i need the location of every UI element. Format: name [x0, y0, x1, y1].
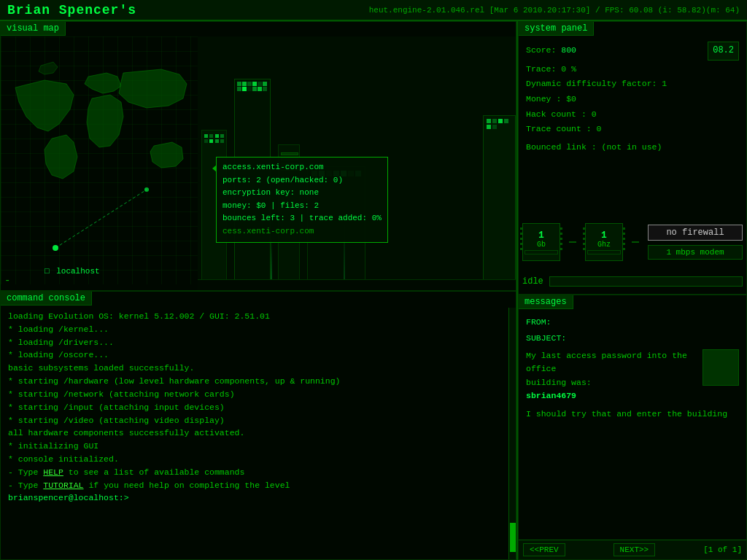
- cpu-unit: Ghz: [597, 241, 611, 249]
- tooltip-bounces: bounces left: 3 | trace added: 0%: [222, 212, 382, 225]
- system-panel-content: Score: 800 08.2 Trace: 0 % Dynamic diffi…: [519, 36, 746, 161]
- tooltip-money: money: $0 | files: 2: [222, 200, 382, 213]
- map-grid: [1, 36, 198, 284]
- console-line-9: * starting /video (attaching video displ…: [8, 414, 508, 427]
- msg-from-label: FROM:: [526, 317, 551, 327]
- localhost-label: localhost: [56, 267, 99, 276]
- messages-nav: <<PREV NEXT>> [1 of 1]: [519, 540, 746, 559]
- console-line-7: * starting /network (attaching network c…: [8, 388, 508, 401]
- msg-password: sbrian4679: [526, 389, 739, 402]
- score-row: Score: 800 08.2: [526, 42, 739, 61]
- modem-button[interactable]: 1 mbps modem: [648, 245, 743, 260]
- score-value: 800: [561, 45, 576, 55]
- map-tooltip: access.xenti-corp.com ports: 2 (open/hac…: [216, 157, 388, 243]
- hack-count-label: Hack count : 0: [526, 107, 739, 122]
- ram-chip: 1 Gb: [522, 223, 560, 261]
- console-line-8: * starting /input (attaching input devic…: [8, 401, 508, 414]
- right-panel: system panel Score: 800 08.2 Trace: 0 % …: [518, 20, 747, 560]
- console-line-2: * loading /kernel...: [8, 323, 508, 336]
- console-line-14: - Type TUTORIAL if you need help on comp…: [8, 479, 508, 492]
- messages-panel: messages FROM: SUBJECT: My last access p…: [518, 295, 747, 560]
- ram-progress: [525, 250, 558, 254]
- console-title: command console: [1, 292, 92, 306]
- console-scrollbar-thumb: [510, 523, 516, 552]
- tooltip-link: cess.xenti-corp.com: [222, 225, 382, 238]
- msg-from: FROM:: [526, 315, 739, 330]
- console-line-6: * starting /hardware (low level hardware…: [8, 375, 508, 388]
- console-line-12: * console initialized.: [8, 453, 508, 466]
- minus-button[interactable]: -: [4, 275, 10, 287]
- system-panel-title: system panel: [519, 22, 594, 36]
- hw-progress-area: idle: [522, 276, 743, 287]
- cpu-pins-right: [622, 228, 625, 250]
- system-panel: system panel Score: 800 08.2 Trace: 0 % …: [518, 21, 747, 295]
- cpu-progress: [587, 250, 621, 254]
- console-scrollbar[interactable]: [508, 308, 516, 559]
- console-line-5: basic subsystems loaded successfully.: [8, 362, 508, 375]
- main-layout: visual map: [0, 20, 747, 560]
- ram-unit: Gb: [537, 241, 546, 249]
- header-info: heut.engine-2.01.046.rel [Mar 6 2010.20:…: [369, 6, 740, 15]
- idle-label: idle: [522, 276, 543, 287]
- tooltip-encryption: encryption key: none: [222, 187, 382, 200]
- msg-body-line3: I should try that and enter the building: [526, 408, 739, 421]
- difficulty-label: Dynamic difficulty factor: 1: [526, 77, 739, 92]
- hw-connector-2: [632, 241, 639, 243]
- tooltip-ports: ports: 2 (open/hacked: 0): [222, 174, 382, 187]
- trace-count-label: Trace count : 0: [526, 122, 739, 137]
- header: Brian Spencer's heut.engine-2.01.046.rel…: [0, 0, 747, 20]
- visual-map-title: visual map: [1, 22, 66, 36]
- ram-pins-left: [520, 228, 523, 250]
- console-line-10: all hardware components successfully act…: [8, 427, 508, 440]
- msg-subject: SUBJECT:: [526, 331, 739, 346]
- money-label: Money : $0: [526, 92, 739, 107]
- score-label: Score: 800: [526, 43, 576, 58]
- console-line-11: * initializing GUI: [8, 440, 508, 453]
- console-line-13: - Type HELP to see a list of available c…: [8, 466, 508, 479]
- hardware-section: 1 Gb 1 Ghz: [522, 223, 743, 261]
- next-button[interactable]: NEXT>>: [614, 543, 656, 556]
- msg-subject-label: SUBJECT:: [526, 333, 566, 343]
- command-console: command console loading Evolution OS: ke…: [0, 291, 516, 560]
- trace-label: Trace: 0 %: [526, 62, 739, 77]
- progress-bar: [549, 276, 743, 287]
- prev-button[interactable]: <<PREV: [523, 543, 565, 556]
- hw-buttons-col: no firewall 1 mbps modem: [648, 225, 743, 260]
- console-line-1: loading Evolution OS: kernel 5.12.002 / …: [8, 310, 508, 323]
- cpu-chip: 1 Ghz: [585, 223, 623, 261]
- ram-pins-right: [560, 228, 562, 250]
- console-prompt: brianspencer@localhost:>: [8, 491, 508, 505]
- messages-content: FROM: SUBJECT: My last access password i…: [519, 309, 746, 540]
- msg-page: [1 of 1]: [703, 545, 742, 554]
- msg-body: My last access password into the office …: [526, 349, 739, 421]
- localhost-node[interactable]: localhost: [44, 267, 100, 276]
- header-title: Brian Spencer's: [7, 3, 136, 18]
- ram-value: 1: [538, 230, 544, 241]
- messages-title: messages: [519, 295, 573, 309]
- tooltip-host: access.xenti-corp.com: [222, 161, 382, 174]
- console-line-4: * loading /oscore...: [8, 349, 508, 362]
- version-badge: 08.2: [708, 42, 739, 61]
- console-line-3: * loading /drivers...: [8, 336, 508, 349]
- msg-avatar: [703, 349, 739, 386]
- left-panel: visual map: [0, 20, 518, 560]
- cpu-value: 1: [601, 230, 607, 241]
- no-firewall-button[interactable]: no firewall: [648, 225, 743, 241]
- hw-connector-1: [569, 241, 576, 243]
- bounced-link-label: Bounced link : (not in use): [526, 140, 739, 155]
- cpu-pins-left: [583, 228, 586, 250]
- console-output[interactable]: loading Evolution OS: kernel 5.12.002 / …: [1, 306, 516, 559]
- visual-map: visual map: [0, 21, 516, 291]
